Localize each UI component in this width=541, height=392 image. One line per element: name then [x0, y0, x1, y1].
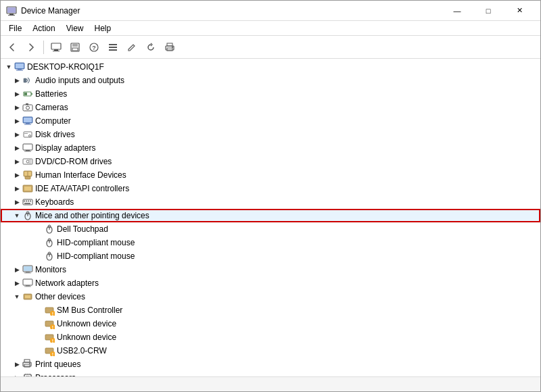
- svg-rect-21: [18, 69, 22, 70]
- tree-item-audio[interactable]: ▶ Audio inputs and outputs: [1, 74, 540, 87]
- svg-rect-6: [53, 51, 60, 51]
- batteries-label: Batteries: [35, 89, 67, 99]
- ideata-icon: [22, 183, 33, 194]
- tree-item-cameras[interactable]: ▶ Cameras: [1, 101, 540, 114]
- ideata-label: IDE ATA/ATAPI controllers: [35, 184, 129, 193]
- minimize-button[interactable]: —: [442, 1, 473, 21]
- computer-icon: [14, 62, 25, 72]
- svg-rect-45: [24, 172, 27, 176]
- svg-rect-44: [25, 176, 30, 179]
- svg-rect-38: [26, 150, 30, 151]
- unknown1-label: Unknown device: [57, 319, 116, 328]
- svg-rect-23: [24, 78, 26, 82]
- tree-item-dell-touchpad[interactable]: ▶ Dell Touchpad: [1, 222, 540, 236]
- printqueues-label: Print queues: [35, 360, 80, 369]
- menu-file[interactable]: File: [3, 21, 27, 36]
- smbus-label: SM Bus Controller: [57, 305, 122, 315]
- keyboards-label: Keyboards: [35, 197, 74, 207]
- toolbar-print-button[interactable]: [161, 39, 179, 56]
- maximize-button[interactable]: □: [473, 1, 504, 21]
- svg-rect-37: [23, 144, 32, 150]
- audio-label: Audio inputs and outputs: [35, 76, 124, 85]
- diskdrives-expand-icon: ▶: [11, 129, 22, 140]
- close-button[interactable]: ✕: [504, 1, 535, 21]
- toolbar-refresh-button[interactable]: [142, 39, 160, 56]
- diskdrives-label: Disk drives: [35, 130, 75, 139]
- root-label: DESKTOP-KROIQ1F: [27, 62, 104, 72]
- svg-point-35: [29, 135, 31, 137]
- toolbar-list-button[interactable]: [104, 39, 122, 56]
- tree-item-batteries[interactable]: ▶ Batteries: [1, 87, 540, 101]
- tree-item-network[interactable]: ▶ Network adapters: [1, 276, 540, 290]
- tree-item-display[interactable]: ▶ Display adapters: [1, 141, 540, 155]
- svg-rect-20: [16, 64, 24, 68]
- computer-node-icon: [22, 116, 33, 126]
- tree-item-other[interactable]: ▼ Other devices: [1, 290, 540, 303]
- toolbar-forward-button[interactable]: [22, 39, 40, 56]
- tree-item-printqueues[interactable]: ▶ Print queues: [1, 358, 540, 371]
- menu-help[interactable]: Help: [89, 21, 117, 36]
- dvd-icon: [22, 156, 33, 167]
- hid-mouse2-icon: [44, 251, 55, 262]
- batteries-icon: [22, 89, 33, 99]
- svg-rect-68: [26, 272, 30, 273]
- tree-item-unknown2[interactable]: ▶ ! Unknown device: [1, 330, 540, 344]
- svg-rect-31: [24, 118, 32, 122]
- svg-point-41: [26, 160, 29, 163]
- other-expand-icon: ▼: [11, 291, 22, 302]
- toolbar-computer-button[interactable]: [47, 39, 65, 56]
- tree-item-ideata[interactable]: ▶ IDE ATA/ATAPI controllers: [1, 182, 540, 195]
- toolbar-help-button[interactable]: ?: [85, 39, 103, 56]
- tree-item-hid-mouse2[interactable]: ▶ HID-compliant mouse: [1, 249, 540, 263]
- toolbar-save-button[interactable]: [66, 39, 84, 56]
- svg-rect-22: [16, 70, 23, 71]
- svg-rect-73: [24, 287, 31, 287]
- smbus-icon: !: [44, 305, 55, 316]
- tree-item-smbus[interactable]: ▶ ! SM Bus Controller: [1, 303, 540, 317]
- display-icon: [22, 143, 33, 153]
- tree-item-hid[interactable]: ▶ Human Interface Devices: [1, 168, 540, 182]
- tree-item-processors[interactable]: ▶ Proces: [1, 371, 540, 376]
- svg-rect-48: [24, 187, 31, 191]
- tree-item-dvd[interactable]: ▶ DVD/CD-ROM drives: [1, 155, 540, 168]
- hid-label: Human Interface Devices: [35, 170, 126, 180]
- svg-rect-36: [24, 133, 28, 134]
- svg-rect-13: [109, 47, 117, 48]
- monitors-icon: [22, 264, 33, 275]
- device-manager-window: Device Manager — □ ✕ File Action View He…: [0, 0, 541, 392]
- tree-item-usb20crw[interactable]: ▶ ! USB2.0-CRW: [1, 344, 540, 358]
- tree-item-hid-mouse1[interactable]: ▶ HID-compliant mouse: [1, 236, 540, 249]
- svg-rect-33: [24, 124, 31, 125]
- menu-view[interactable]: View: [61, 21, 89, 36]
- svg-rect-50: [24, 201, 25, 202]
- network-icon: [22, 278, 33, 289]
- batteries-expand-icon: ▶: [11, 89, 22, 99]
- mice-icon: [22, 210, 33, 221]
- svg-rect-72: [26, 285, 30, 287]
- unknown1-icon: !: [44, 318, 55, 329]
- svg-text:!: !: [52, 352, 53, 356]
- svg-rect-75: [25, 295, 30, 298]
- other-icon: [22, 291, 33, 302]
- svg-rect-9: [72, 48, 78, 51]
- menu-action[interactable]: Action: [27, 21, 60, 36]
- window-title: Device Manager: [21, 6, 442, 16]
- network-expand-icon: ▶: [11, 278, 22, 289]
- tree-item-mice[interactable]: ▼ Mice and other pointing devices: [1, 209, 540, 222]
- printqueues-icon: [22, 359, 33, 370]
- tree-item-monitors[interactable]: ▶ Monitors: [1, 263, 540, 276]
- svg-point-28: [26, 106, 30, 109]
- tree-item-diskdrives[interactable]: ▶ Disk drives: [1, 128, 540, 141]
- tree-item-computer[interactable]: ▶ Computer: [1, 114, 540, 128]
- tree-root[interactable]: ▼ DESKTOP-KROIQ1F: [1, 60, 540, 74]
- svg-rect-27: [23, 105, 32, 111]
- toolbar-edit-button[interactable]: [123, 39, 141, 56]
- tree-item-keyboards[interactable]: ▶ Keyboards: [1, 195, 540, 209]
- toolbar-back-button[interactable]: [3, 39, 21, 56]
- svg-rect-71: [23, 279, 32, 285]
- monitors-expand-icon: ▶: [11, 264, 22, 275]
- cameras-label: Cameras: [35, 103, 68, 112]
- tree-item-unknown1[interactable]: ▶ ! Unknown device: [1, 317, 540, 330]
- svg-rect-8: [72, 43, 78, 47]
- audio-expand-icon: ▶: [11, 75, 22, 86]
